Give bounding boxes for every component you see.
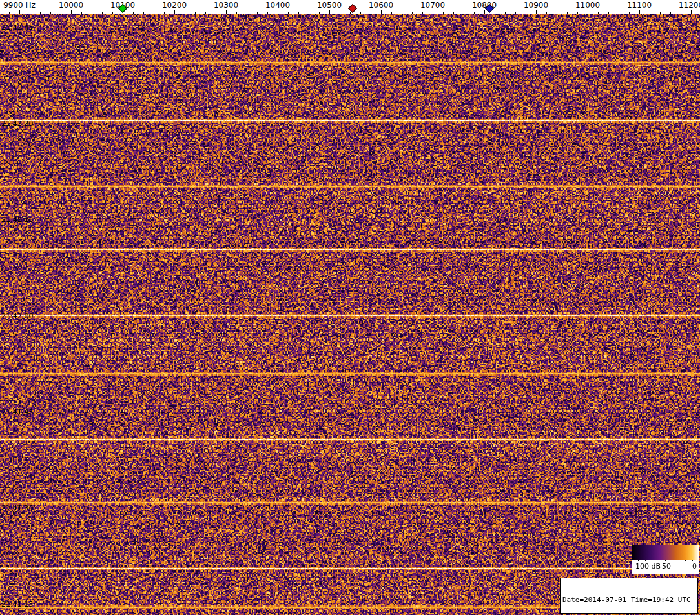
freq-tick: [226, 10, 227, 14]
freq-axis-label: 11000: [575, 1, 600, 10]
freq-tick: [588, 10, 588, 14]
freq-axis-label: 10700: [420, 1, 445, 10]
freq-tick: [278, 10, 278, 14]
freq-axis-label: 9900 Hz: [3, 1, 36, 10]
frequency-axis[interactable]: 9900 Hz100001010010200103001040010500106…: [0, 0, 700, 14]
info-box: Date=2014-07-01 Time=19:42 UTC Freq=143 …: [560, 578, 698, 614]
colorbar-labels: -100 dB -50 0: [632, 561, 699, 574]
freq-tick: [433, 10, 433, 14]
freq-axis-label: 11200: [679, 1, 700, 10]
colorbar-label-min: -100 dB: [633, 562, 661, 570]
freq-tick: [484, 10, 485, 14]
freq-tick: [691, 10, 692, 14]
freq-tick: [536, 10, 537, 14]
freq-tick: [639, 10, 640, 14]
colorbar-gradient: [632, 545, 699, 560]
freq-axis-label: 10900: [524, 1, 548, 10]
freq-axis-label: 10400: [265, 1, 290, 10]
freq-tick: [329, 10, 330, 14]
freq-tick: [19, 10, 20, 14]
freq-tick: [381, 10, 382, 14]
info-line-date: Date=2014-07-01 Time=19:42 UTC: [562, 596, 695, 604]
colorbar: -100 dB -50 0: [632, 545, 699, 574]
colorbar-tick: [699, 560, 699, 561]
freq-axis-label: 10000: [59, 1, 83, 10]
waterfall-display: 21:42:4521:42:3021:42:1521:42:0021:41:45…: [0, 14, 700, 615]
waterfall-canvas: [0, 14, 700, 615]
spectrogram-window: 9900 Hz100001010010200103001040010500106…: [0, 0, 700, 615]
freq-axis-label: 10300: [214, 1, 238, 10]
freq-axis-label: 10600: [369, 1, 393, 10]
freq-tick: [71, 10, 72, 14]
freq-axis-label: 11100: [627, 1, 652, 10]
freq-tick: [174, 10, 175, 14]
colorbar-label-mid: -50: [659, 562, 671, 570]
freq-axis-label: 10200: [162, 1, 187, 10]
freq-axis-label: 10500: [317, 1, 342, 10]
colorbar-label-max: 0: [692, 562, 697, 570]
